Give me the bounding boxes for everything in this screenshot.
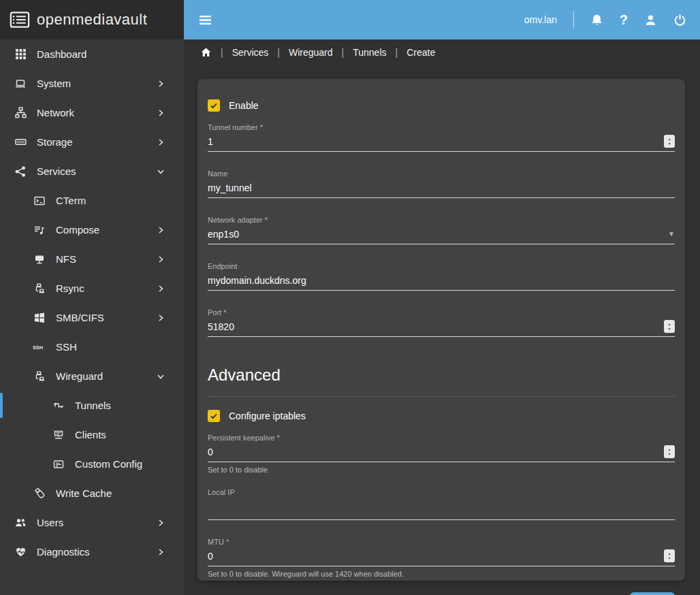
field-label: Local IP bbox=[208, 488, 675, 496]
mtu-input[interactable] bbox=[208, 551, 664, 562]
sidebar-item-storage[interactable]: Storage bbox=[0, 127, 184, 157]
field-label: Persistent keepalive * bbox=[208, 434, 675, 442]
bell-icon[interactable] bbox=[590, 14, 603, 27]
app-title: openmediavault bbox=[37, 11, 147, 29]
sidebar-item-label: Tunnels bbox=[75, 400, 111, 411]
diagnostics-icon bbox=[14, 547, 27, 558]
content-area: Enable Tunnel number * ▴▾ Name bbox=[184, 65, 700, 595]
app-window: openmediavault Dashboard System bbox=[0, 0, 700, 595]
menu-icon[interactable] bbox=[199, 14, 212, 26]
tunnel-number-field: Tunnel number * ▴▾ bbox=[208, 123, 675, 152]
number-spinner[interactable]: ▴▾ bbox=[664, 135, 675, 148]
chevron-right-icon bbox=[157, 519, 165, 527]
number-spinner[interactable]: ▴▾ bbox=[664, 445, 675, 458]
sidebar-item-ssh[interactable]: SSH SSH bbox=[0, 332, 184, 361]
sidebar-item-custom-config[interactable]: Custom Config bbox=[0, 449, 184, 479]
number-spinner[interactable]: ▴▾ bbox=[664, 549, 675, 562]
form-actions: Cancel Save bbox=[208, 592, 675, 595]
configure-iptables-label: Configure iptables bbox=[229, 411, 306, 421]
sidebar-item-tunnels[interactable]: Tunnels bbox=[0, 391, 184, 420]
help-icon[interactable]: ? bbox=[620, 13, 628, 27]
sidebar-item-label: Users bbox=[37, 517, 63, 528]
sidebar-item-dashboard[interactable]: Dashboard bbox=[0, 39, 184, 69]
write-cache-icon bbox=[33, 487, 46, 499]
network-adapter-select[interactable] bbox=[208, 229, 668, 240]
sidebar-item-users[interactable]: Users bbox=[0, 508, 184, 537]
sidebar-item-services[interactable]: Services bbox=[0, 157, 184, 186]
port-field: Port * ▴▾ bbox=[208, 308, 675, 337]
sidebar-item-compose[interactable]: Compose bbox=[0, 215, 184, 244]
sidebar-item-label: Compose bbox=[56, 224, 99, 236]
name-input[interactable] bbox=[208, 182, 675, 193]
custom-config-icon bbox=[52, 459, 65, 470]
tunnels-icon bbox=[52, 401, 65, 411]
field-label: Tunnel number * bbox=[208, 123, 675, 131]
check-icon bbox=[210, 412, 218, 420]
breadcrumb: | Services | Wireguard | Tunnels | Creat… bbox=[184, 39, 700, 65]
chevron-right-icon bbox=[157, 80, 165, 88]
field-label: Network adapter * bbox=[208, 216, 675, 224]
sidebar-item-label: Custom Config bbox=[75, 458, 142, 470]
sidebar-item-network[interactable]: Network bbox=[0, 98, 184, 127]
breadcrumb-item-tunnels[interactable]: Tunnels bbox=[353, 47, 386, 58]
chevron-down-icon bbox=[157, 167, 165, 176]
sidebar-nav: Dashboard System Network S bbox=[0, 39, 184, 595]
enable-label: Enable bbox=[229, 100, 259, 111]
persistent-keepalive-input[interactable] bbox=[208, 447, 664, 457]
enable-checkbox[interactable] bbox=[208, 99, 220, 112]
sidebar-item-rsync[interactable]: Rsync bbox=[0, 274, 184, 303]
sidebar-item-label: Diagnostics bbox=[37, 546, 90, 558]
chevron-right-icon bbox=[157, 285, 165, 293]
sidebar-item-label: Storage bbox=[37, 136, 73, 148]
sidebar-item-label: Wireguard bbox=[56, 370, 103, 382]
local-ip-input[interactable] bbox=[208, 502, 675, 513]
sidebar-item-cterm[interactable]: CTerm bbox=[0, 186, 184, 215]
sidebar-item-wireguard[interactable]: Wireguard bbox=[0, 361, 184, 391]
breadcrumb-item-wireguard[interactable]: Wireguard bbox=[289, 47, 333, 58]
sidebar-item-label: SMB/CIFS bbox=[56, 312, 104, 323]
port-input[interactable] bbox=[208, 321, 664, 332]
nfs-icon bbox=[33, 254, 46, 265]
breadcrumb-item-create[interactable]: Create bbox=[407, 47, 435, 58]
create-tunnel-form-card: Enable Tunnel number * ▴▾ Name bbox=[197, 79, 685, 581]
dropdown-caret-icon[interactable]: ▼ bbox=[668, 230, 675, 238]
endpoint-field: Endpoint bbox=[208, 262, 675, 291]
chevron-right-icon bbox=[157, 109, 165, 117]
sidebar-item-diagnostics[interactable]: Diagnostics bbox=[0, 537, 184, 566]
logo-bar: openmediavault bbox=[0, 0, 184, 39]
system-icon bbox=[14, 78, 27, 89]
sidebar-item-smb-cifs[interactable]: SMB/CIFS bbox=[0, 303, 184, 332]
breadcrumb-separator: | bbox=[396, 47, 398, 58]
configure-iptables-checkbox[interactable] bbox=[208, 410, 220, 422]
sidebar-item-write-cache[interactable]: Write Cache bbox=[0, 479, 184, 508]
sidebar-item-label: Network bbox=[37, 107, 74, 118]
tunnel-number-input[interactable] bbox=[208, 136, 664, 147]
power-icon[interactable] bbox=[673, 14, 686, 27]
number-spinner[interactable]: ▴▾ bbox=[664, 320, 675, 333]
top-header-bar: omv.lan ? bbox=[184, 0, 700, 39]
field-label: MTU * bbox=[208, 538, 675, 546]
sidebar-item-label: Rsync bbox=[56, 283, 84, 294]
sidebar-item-system[interactable]: System bbox=[0, 69, 184, 98]
dashboard-icon bbox=[14, 48, 27, 60]
svg-text:SSH: SSH bbox=[33, 344, 43, 351]
hostname: omv.lan bbox=[524, 14, 557, 25]
check-icon bbox=[210, 101, 218, 110]
iptables-checkbox-row: Configure iptables bbox=[208, 410, 675, 422]
sidebar-item-label: System bbox=[37, 78, 71, 89]
local-ip-field: Local IP bbox=[208, 488, 675, 520]
endpoint-input[interactable] bbox=[208, 275, 675, 286]
persistent-keepalive-field: Persistent keepalive * ▴▾ Set to 0 to di… bbox=[208, 434, 675, 474]
breadcrumb-item-services[interactable]: Services bbox=[232, 47, 269, 58]
field-label: Name bbox=[208, 170, 675, 178]
wireguard-icon bbox=[33, 371, 46, 382]
sidebar-item-clients[interactable]: Clients bbox=[0, 420, 184, 449]
chevron-right-icon bbox=[157, 548, 165, 556]
save-button[interactable]: Save bbox=[630, 592, 675, 595]
breadcrumb-separator: | bbox=[277, 47, 280, 58]
sidebar-item-label: Dashboard bbox=[37, 48, 86, 60]
home-icon[interactable] bbox=[200, 47, 212, 58]
user-icon[interactable] bbox=[644, 14, 657, 27]
sidebar-item-nfs[interactable]: NFS bbox=[0, 244, 184, 274]
network-adapter-field: Network adapter * ▼ bbox=[208, 216, 675, 244]
